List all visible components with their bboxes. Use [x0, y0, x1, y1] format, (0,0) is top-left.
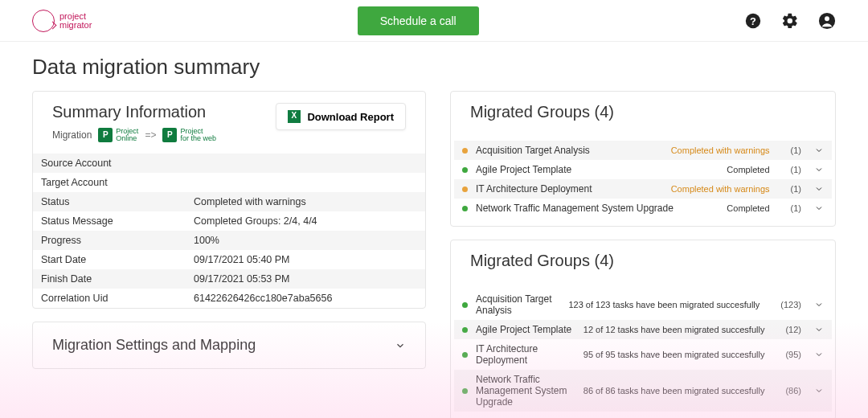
group-row[interactable]: Network Traffic Management System Upgrad…: [454, 370, 832, 412]
download-report-label: Download Report: [307, 111, 394, 123]
group-name: Agile Project Template: [476, 324, 575, 335]
group-status: 123 of 123 tasks have been migrated succ…: [568, 300, 760, 309]
table-row: Correlation Uid61422626426cc180e7aba5656: [33, 289, 425, 308]
group-status: Completed with warnings: [671, 145, 770, 155]
group-row[interactable]: Acquisition Target Analysis123 of 123 ta…: [454, 289, 832, 320]
chevron-down-icon[interactable]: [814, 325, 824, 334]
project-online-icon: P: [98, 128, 113, 142]
status-dot-icon: [462, 327, 468, 333]
group-count: (95): [785, 350, 801, 359]
status-dot-icon: [462, 148, 468, 154]
status-dot-icon: [462, 352, 468, 358]
row-key: Status Message: [33, 211, 186, 231]
excel-icon: [288, 110, 301, 123]
logo-text: project migrator: [59, 12, 92, 30]
group-count: (1): [791, 203, 801, 213]
table-row: StatusCompleted with warnings: [33, 192, 425, 211]
target-app-badge: P Project for the web: [162, 128, 216, 142]
group-count: (86): [785, 386, 801, 395]
chevron-down-icon[interactable]: [814, 350, 824, 359]
settings-title: Migration Settings and Mapping: [52, 337, 256, 354]
header: project migrator Schedule a call ?: [0, 0, 868, 42]
header-icons: ?: [744, 12, 836, 30]
group-name: Agile Project Template: [476, 164, 719, 175]
project-web-icon: P: [162, 128, 177, 142]
chevron-down-icon[interactable]: [814, 184, 824, 194]
account-icon[interactable]: [818, 12, 836, 30]
svg-text:?: ?: [750, 14, 756, 27]
chevron-down-icon[interactable]: [814, 203, 824, 213]
page-title: Data migration summary: [32, 55, 836, 80]
group-count: (1): [791, 145, 801, 155]
group-count: (12): [785, 325, 801, 334]
row-key: Source Account: [33, 154, 186, 173]
chevron-down-icon[interactable]: [814, 165, 824, 174]
table-row: Finish Date09/17/2021 05:53 PM: [33, 269, 425, 289]
group-name: Acquisition Target Analysis: [476, 293, 560, 316]
groups-b-title: Migrated Groups (4): [470, 252, 816, 270]
status-dot-icon: [462, 186, 468, 192]
status-dot-icon: [462, 302, 468, 308]
row-value: Completed with warnings: [186, 192, 425, 211]
download-report-button[interactable]: Download Report: [276, 103, 406, 130]
row-value: [186, 173, 425, 192]
svg-point-3: [825, 16, 829, 21]
summary-title: Summary Information: [52, 103, 216, 121]
arrow-icon: =>: [145, 129, 156, 141]
help-icon[interactable]: ?: [744, 12, 762, 30]
chevron-down-icon[interactable]: [814, 386, 824, 395]
settings-card[interactable]: Migration Settings and Mapping: [32, 322, 426, 369]
group-status: Completed: [727, 165, 769, 174]
group-status: Completed with warnings: [671, 184, 770, 194]
group-name: IT Architecture Deployment: [476, 343, 575, 366]
row-key: Status: [33, 192, 186, 211]
migration-label: Migration: [52, 129, 92, 141]
chevron-down-icon[interactable]: [395, 340, 406, 351]
chevron-down-icon[interactable]: [814, 300, 824, 309]
group-count: (123): [780, 300, 801, 309]
summary-card: Summary Information Migration P Project …: [32, 91, 426, 309]
summary-table: Source AccountTarget AccountStatusComple…: [33, 154, 425, 308]
logo-text-bottom: migrator: [59, 21, 92, 30]
logo-text-top: project: [59, 12, 92, 21]
table-row: Start Date09/17/2021 05:40 PM: [33, 250, 425, 269]
group-name: IT Architecture Deployment: [476, 183, 663, 195]
row-value: 61422626426cc180e7aba5656: [186, 289, 425, 308]
status-dot-icon: [462, 206, 468, 211]
status-dot-icon: [462, 167, 468, 173]
row-key: Start Date: [33, 250, 186, 269]
header-center: Schedule a call: [92, 6, 744, 35]
groups-a-title: Migrated Groups (4): [470, 103, 816, 121]
row-key: Correlation Uid: [33, 289, 186, 308]
group-row[interactable]: Agile Project TemplateCompleted(1): [454, 160, 832, 179]
row-value: 09/17/2021 05:53 PM: [186, 269, 425, 289]
table-row: Progress100%: [33, 231, 425, 250]
migrated-groups-card-b: Migrated Groups (4) Acquisition Target A…: [450, 240, 836, 418]
group-row[interactable]: IT Architecture DeploymentCompleted with…: [454, 179, 832, 199]
status-dot-icon: [462, 388, 468, 394]
logo[interactable]: project migrator: [32, 10, 92, 32]
group-count: (1): [791, 184, 801, 194]
row-key: Finish Date: [33, 269, 186, 289]
migrated-groups-card-a: Migrated Groups (4) Acquisition Target A…: [450, 91, 836, 227]
schedule-call-button[interactable]: Schedule a call: [358, 6, 479, 35]
table-row: Status MessageCompleted Groups: 2/4, 4/4: [33, 211, 425, 231]
chevron-down-icon[interactable]: [814, 145, 824, 155]
group-row[interactable]: IT Architecture Deployment95 of 95 tasks…: [454, 339, 832, 370]
group-row[interactable]: Acquisition Target AnalysisCompleted wit…: [454, 141, 832, 160]
group-status: 95 of 95 tasks have been migrated succes…: [583, 350, 765, 359]
row-value: [186, 154, 425, 173]
group-row[interactable]: Agile Project Template12 of 12 tasks hav…: [454, 320, 832, 339]
row-value: Completed Groups: 2/4, 4/4: [186, 211, 425, 231]
page: Data migration summary Summary Informati…: [0, 42, 868, 418]
group-count: (1): [791, 165, 801, 174]
table-row: Source Account: [33, 154, 425, 173]
group-status: 86 of 86 tasks have been migrated succes…: [583, 386, 765, 395]
group-status: 12 of 12 tasks have been migrated succes…: [583, 325, 765, 334]
group-status: Completed: [727, 203, 769, 213]
row-value: 100%: [186, 231, 425, 250]
group-name: Network Traffic Management System Upgrad…: [476, 374, 575, 408]
group-row[interactable]: Network Traffic Management System Upgrad…: [454, 199, 832, 218]
gear-icon[interactable]: [781, 12, 799, 30]
row-key: Target Account: [33, 173, 186, 192]
